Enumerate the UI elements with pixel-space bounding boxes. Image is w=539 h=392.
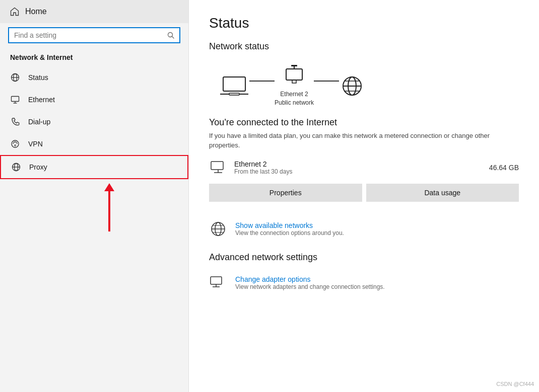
- change-adapter-row[interactable]: Change adapter options View network adap…: [209, 268, 519, 298]
- svg-rect-16: [286, 69, 302, 80]
- change-adapter-desc: View network adapters and change connect…: [235, 283, 385, 290]
- svg-rect-5: [12, 97, 19, 102]
- networks-icon: [209, 220, 227, 238]
- network-status-title: Network status: [209, 41, 519, 52]
- arrow-line: [108, 191, 110, 231]
- svg-rect-25: [211, 162, 223, 170]
- watermark: CSDN @Cf444: [496, 381, 534, 387]
- ethernet-name: Ethernet 2: [234, 160, 482, 168]
- sidebar-item-status[interactable]: Status: [0, 66, 188, 89]
- properties-button[interactable]: Properties: [209, 184, 362, 202]
- connected-title: You're connected to the Internet: [209, 117, 519, 128]
- ethernet-size: 46.64 GB: [489, 164, 519, 172]
- globe-icon: [10, 72, 20, 83]
- proxy-globe-icon: [11, 162, 21, 172]
- sidebar-item-proxy-label: Proxy: [29, 163, 47, 171]
- search-container: [8, 27, 180, 43]
- phone-icon: [10, 117, 20, 127]
- sidebar-item-vpn[interactable]: VPN: [0, 133, 188, 155]
- internet-diagram-icon: [339, 75, 365, 97]
- ethernet-info-text: Ethernet 2 From the last 30 days: [234, 160, 482, 175]
- sidebar-item-dialup-label: Dial-up: [28, 118, 50, 126]
- sidebar: Home Network & Internet Status: [0, 0, 189, 392]
- diagram-line-2: [314, 81, 339, 82]
- sidebar-item-ethernet[interactable]: Ethernet: [0, 89, 188, 111]
- ethernet-row-icon: [209, 159, 227, 177]
- diagram-line-1: [249, 81, 275, 82]
- ethernet-info-row: Ethernet 2 From the last 30 days 46.64 G…: [209, 159, 519, 177]
- connected-desc: If you have a limited data plan, you can…: [209, 131, 519, 150]
- page-title: Status: [209, 15, 519, 31]
- vpn-icon: [10, 139, 20, 149]
- network-diagram: Ethernet 2 Public network: [209, 60, 519, 109]
- svg-rect-19: [291, 65, 297, 66]
- sidebar-section-title: Network & Internet: [0, 51, 188, 66]
- show-networks-title: Show available networks: [235, 221, 344, 229]
- main-content: Status Network status Ethernet 2 Public …: [189, 0, 539, 392]
- monitor-icon: [10, 95, 20, 105]
- svg-rect-33: [211, 277, 222, 284]
- laptop-diagram-icon: [219, 75, 249, 97]
- sidebar-item-dialup[interactable]: Dial-up: [0, 111, 188, 133]
- adapter-label: Ethernet 2 Public network: [275, 90, 314, 107]
- sidebar-item-home[interactable]: Home: [0, 0, 188, 23]
- annotation-arrow: [0, 179, 188, 392]
- svg-rect-13: [223, 77, 245, 91]
- search-icon: [167, 32, 174, 39]
- sidebar-item-proxy[interactable]: Proxy: [0, 155, 188, 179]
- sidebar-item-status-label: Status: [28, 73, 48, 82]
- adapter-diagram-icon: Ethernet 2 Public network: [275, 65, 314, 107]
- sidebar-item-vpn-label: VPN: [28, 140, 43, 148]
- change-adapter-text: Change adapter options View network adap…: [235, 275, 385, 290]
- search-input[interactable]: [14, 31, 163, 39]
- svg-rect-15: [229, 93, 239, 95]
- ethernet-sub: From the last 30 days: [234, 168, 482, 175]
- show-networks-desc: View the connection options around you.: [235, 229, 344, 237]
- arrow-head: [104, 183, 114, 191]
- adapter-icon: [209, 274, 227, 292]
- data-usage-button[interactable]: Data usage: [366, 184, 519, 202]
- action-buttons: Properties Data usage: [209, 184, 519, 202]
- show-networks-row[interactable]: Show available networks View the connect…: [209, 214, 519, 244]
- home-label: Home: [25, 7, 47, 16]
- home-icon: [10, 7, 19, 16]
- adv-section-title: Advanced network settings: [209, 252, 519, 263]
- sidebar-item-ethernet-label: Ethernet: [28, 96, 55, 104]
- show-networks-text: Show available networks View the connect…: [235, 221, 344, 237]
- change-adapter-title: Change adapter options: [235, 275, 385, 283]
- svg-line-1: [172, 37, 174, 39]
- svg-point-9: [15, 145, 16, 146]
